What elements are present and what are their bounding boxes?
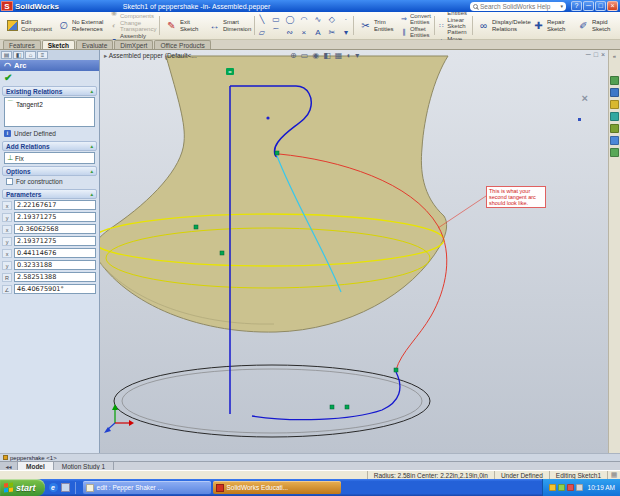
base-ellipse-outer[interactable]: [114, 365, 430, 437]
param-start-x-field[interactable]: -0.36062568: [14, 224, 96, 234]
param-end-x-field[interactable]: 0.44114676: [14, 248, 96, 258]
close-button[interactable]: ×: [607, 1, 618, 11]
tray-icon[interactable]: [576, 484, 583, 491]
change-transparency-button[interactable]: ◐ Change Transparency: [110, 20, 156, 32]
zoom-fit-icon[interactable]: ⊕: [290, 51, 297, 60]
point-tool-icon[interactable]: ·: [339, 13, 352, 25]
param-angle-field[interactable]: 46.40675901°: [14, 284, 96, 294]
text-tool-icon[interactable]: A: [311, 26, 324, 38]
no-external-references-button[interactable]: ∅ No External References: [55, 18, 108, 33]
convert-entities-button[interactable]: ⇒ Convert Entities: [400, 13, 431, 25]
base-ellipse-inner[interactable]: [122, 369, 422, 433]
document-close-icon[interactable]: ×: [601, 51, 605, 58]
sketch-point-marker[interactable]: [330, 405, 334, 409]
tangent-arc-tool-icon[interactable]: ⌒: [269, 26, 282, 38]
smart-dimension-button[interactable]: ↔ Smart Dimension: [206, 18, 251, 33]
internet-explorer-icon[interactable]: e: [49, 483, 58, 492]
panel-tab-configurationmanager[interactable]: ⌂: [25, 51, 36, 59]
parameters-header[interactable]: Parameters ▴: [2, 189, 97, 199]
tab-sketch[interactable]: Sketch: [42, 40, 75, 49]
sketch-bottom-arc[interactable]: [252, 372, 400, 420]
for-construction-checkbox[interactable]: [6, 178, 13, 185]
trim-entities-button[interactable]: ✂ Trim Entities: [357, 18, 398, 33]
tray-icon[interactable]: [549, 484, 556, 491]
linear-sketch-pattern-button[interactable]: ∷ Linear Sketch Pattern: [437, 17, 468, 35]
bell-surface[interactable]: [100, 56, 448, 332]
options-header[interactable]: Options ▴: [2, 166, 97, 176]
hide-show-items-icon[interactable]: ▦: [335, 51, 343, 60]
feature-tree-root[interactable]: peppershake <1>: [0, 453, 620, 461]
tab-dimxpert[interactable]: DimXpert: [114, 40, 153, 49]
taskbar-item-solidworks[interactable]: SolidWorks Educati...: [213, 481, 341, 494]
existing-relations-header[interactable]: Existing Relations ▴: [2, 86, 97, 96]
view-orientation-icon[interactable]: ◉: [312, 51, 319, 60]
ellipse-tool-icon[interactable]: ∾: [283, 26, 296, 38]
tab-model[interactable]: Model: [18, 462, 54, 470]
display-style-icon[interactable]: ◧: [323, 51, 331, 60]
right-toolbar-icon[interactable]: [610, 112, 619, 121]
erase-tool-icon[interactable]: ×: [297, 26, 310, 38]
assembly-breadcrumb[interactable]: ▸ Assembled pepper (Default<...: [104, 52, 197, 60]
split-tool-icon[interactable]: ✂: [325, 26, 338, 38]
add-relations-list[interactable]: ⊥ Fix: [4, 152, 95, 164]
tab-office-products[interactable]: Office Products: [154, 40, 210, 49]
tab-motion-study-1[interactable]: Motion Study 1: [54, 462, 114, 470]
appearance-icon[interactable]: ◐: [346, 51, 351, 60]
line-tool-icon[interactable]: ╲: [255, 13, 268, 25]
search-input[interactable]: Search SolidWorks Help ▾: [470, 2, 566, 11]
repair-sketch-button[interactable]: ✚ Repair Sketch: [530, 18, 573, 33]
fix-relation-button[interactable]: ⊥ Fix: [5, 153, 94, 163]
quick-tips-icon[interactable]: ▦: [607, 471, 620, 479]
arc-center-point[interactable]: [266, 116, 269, 119]
sketch-point-marker[interactable]: [220, 251, 224, 255]
rapid-sketch-button[interactable]: ✐ Rapid Sketch: [575, 18, 616, 33]
help-button[interactable]: ?: [571, 1, 582, 11]
minimize-button[interactable]: ─: [583, 1, 594, 11]
sketch-point-marker[interactable]: [275, 151, 279, 155]
tray-icon[interactable]: [558, 484, 565, 491]
panel-tab-dimxpertmanager[interactable]: ≡: [37, 51, 48, 59]
offset-entities-button[interactable]: ∥ Offset Entities: [400, 26, 431, 38]
param-center-y-field[interactable]: 2.19371275: [14, 212, 96, 222]
search-dropdown-icon[interactable]: ▾: [560, 3, 563, 9]
tab-scroll-buttons[interactable]: ◂◂: [0, 462, 18, 470]
sketch-point-marker[interactable]: [194, 225, 198, 229]
cancel-sketch-icon[interactable]: ×: [582, 92, 588, 104]
param-radius-field[interactable]: 2.58251388: [14, 272, 96, 282]
expander-icon[interactable]: ▸: [104, 52, 107, 59]
exit-sketch-button[interactable]: ✎ Exit Sketch: [163, 18, 204, 33]
right-toolbar-icon[interactable]: [610, 148, 619, 157]
panel-tab-propertymanager[interactable]: ◧: [13, 51, 24, 59]
param-center-x-field[interactable]: 2.22167617: [14, 200, 96, 210]
equal-constraint-badge[interactable]: =: [226, 68, 234, 75]
right-toolbar-icon[interactable]: [610, 136, 619, 145]
arc-tool-icon[interactable]: ◠: [297, 13, 310, 25]
view-settings-dropdown-icon[interactable]: ▾: [355, 51, 359, 60]
panel-tab-featuremanager[interactable]: ▤: [1, 51, 12, 59]
collapse-panel-icon[interactable]: «: [613, 53, 616, 59]
display-delete-relations-button[interactable]: ∞ Display/Delete Relations: [475, 18, 528, 33]
tools-dropdown-icon[interactable]: ▾: [339, 26, 352, 38]
maximize-button[interactable]: □: [595, 1, 606, 11]
taskbar-item-notepad[interactable]: edit : Pepper Shaker ...: [83, 481, 211, 494]
graphics-viewport[interactable]: ▸ Assembled pepper (Default<... ⊕ ▭ ◉ ◧ …: [100, 50, 608, 453]
show-desktop-icon[interactable]: [61, 483, 70, 492]
existing-relations-list[interactable]: ⌒ Tangent2: [4, 97, 95, 127]
sketch-point-marker[interactable]: [345, 405, 349, 409]
zoom-area-icon[interactable]: ▭: [301, 51, 309, 60]
tab-evaluate[interactable]: Evaluate: [76, 40, 113, 49]
param-end-y-field[interactable]: 0.3233188: [14, 260, 96, 270]
tab-features[interactable]: Features: [3, 40, 41, 49]
tray-icon[interactable]: [567, 484, 574, 491]
document-minimize-icon[interactable]: ─: [586, 51, 591, 58]
edit-component-button[interactable]: Edit Component: [4, 18, 53, 33]
parallelogram-tool-icon[interactable]: ▱: [255, 26, 268, 38]
right-toolbar-icon[interactable]: [610, 88, 619, 97]
right-toolbar-icon[interactable]: [610, 100, 619, 109]
start-button[interactable]: start: [0, 479, 45, 496]
sketch-point-marker[interactable]: [394, 368, 398, 372]
add-relations-header[interactable]: Add Relations ▴: [2, 141, 97, 151]
polygon-tool-icon[interactable]: ◇: [325, 13, 338, 25]
relation-list-item[interactable]: ⌒ Tangent2: [5, 98, 94, 110]
scene-canvas[interactable]: =: [100, 50, 608, 453]
